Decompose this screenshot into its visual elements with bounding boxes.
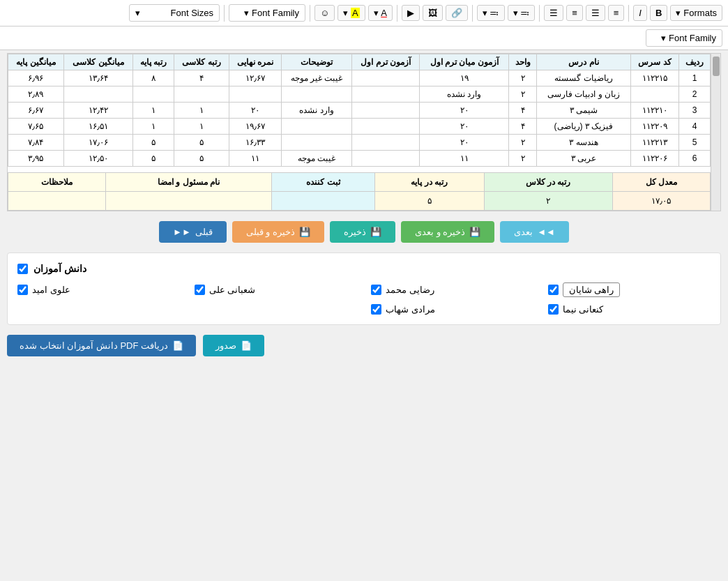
font-family-selector-arrow: ▾ bbox=[661, 33, 666, 43]
table-cell: غیبت موجه bbox=[281, 151, 351, 167]
table-cell: ۶٫۶۷ bbox=[8, 103, 64, 119]
align-left-button[interactable]: ≡ bbox=[608, 5, 625, 21]
align-center-button[interactable]: ☰ bbox=[586, 5, 605, 21]
table-cell bbox=[174, 86, 229, 103]
qabli-button[interactable]: قبلی ►► bbox=[159, 221, 227, 243]
table-cell: ۲ bbox=[508, 86, 536, 103]
header-vahed: واحد bbox=[508, 54, 536, 70]
table-cell: زبان و ادبیات فارسی bbox=[537, 86, 631, 103]
student-checkbox[interactable] bbox=[371, 304, 381, 315]
font-sizes-dropdown[interactable]: Font Sizes ▾ bbox=[129, 4, 220, 22]
student-checkbox[interactable] bbox=[195, 285, 205, 295]
table-cell: ۱۱۲۲۰۶ bbox=[630, 151, 678, 167]
font-family-arrow-icon: ▾ bbox=[244, 8, 249, 18]
summary-header-moaddal: معدل کل bbox=[612, 173, 710, 192]
header-radif: ردیف bbox=[679, 54, 711, 70]
table-cell: 4 bbox=[679, 119, 711, 135]
zakhire-badi-button[interactable]: 💾 ذخیره و بعدی bbox=[401, 221, 494, 243]
video-button[interactable]: ▶ bbox=[402, 5, 420, 21]
table-cell: 5 bbox=[679, 135, 711, 151]
header-mian-p: میانگین پایه bbox=[8, 54, 64, 70]
table-cell: ۱۳٫۶۴ bbox=[63, 70, 132, 86]
table-cell: ۲٫۸۹ bbox=[8, 86, 64, 103]
summary-moalazat bbox=[8, 192, 106, 211]
font-family-value: Font Family bbox=[669, 33, 716, 43]
table-cell bbox=[351, 151, 419, 167]
font-family-dropdown[interactable]: Font Family ▾ bbox=[229, 4, 305, 22]
list-ol-button[interactable]: ≔ ▾ bbox=[477, 5, 505, 21]
table-cell: ۱ bbox=[174, 103, 229, 119]
table-cell bbox=[351, 135, 419, 151]
table-cell: ۱۱۲۲۰۹ bbox=[630, 119, 678, 135]
font-bg-button[interactable]: A ▾ bbox=[338, 5, 365, 21]
zakhire-qabli-button[interactable]: 💾 ذخیره و قبلی bbox=[232, 221, 324, 243]
table-cell: ۱۲٫۵۰ bbox=[63, 151, 132, 167]
font-bg-icon: A bbox=[351, 8, 360, 18]
student-checkbox[interactable] bbox=[371, 285, 381, 295]
summary-header-rotbe-class: رتبه در کلاس bbox=[484, 173, 612, 192]
scrollbar-track[interactable] bbox=[711, 54, 720, 211]
grades-table: ردیف کد سرس نام درس واحد آزمون میان ترم … bbox=[8, 54, 711, 167]
badi-arrow-icon: ◄◄ bbox=[537, 227, 555, 237]
list-ul-button[interactable]: ≔ ▾ bbox=[508, 5, 536, 21]
table-cell: ۱ bbox=[174, 119, 229, 135]
italic-button[interactable]: I bbox=[633, 5, 647, 21]
badi-button[interactable]: ◄◄ بعدی bbox=[500, 221, 569, 243]
student-checkbox[interactable] bbox=[548, 304, 559, 315]
link-button[interactable]: 🔗 bbox=[446, 5, 468, 21]
student-checkbox[interactable] bbox=[548, 285, 559, 295]
separator-4 bbox=[397, 5, 397, 22]
summary-data-row: ۱۷٫۰۵ ۲ ۵ bbox=[8, 192, 711, 211]
table-cell: ۳٫۹۵ bbox=[8, 151, 64, 167]
scrollbar-thumb[interactable] bbox=[713, 56, 720, 76]
table-cell: 1 bbox=[679, 70, 711, 86]
student-checkbox[interactable] bbox=[17, 285, 28, 295]
table-cell: ۱۲٫۶۷ bbox=[229, 70, 281, 86]
save-icon-2: 💾 bbox=[370, 227, 381, 237]
font-color-button[interactable]: A ▾ bbox=[368, 5, 393, 21]
summary-rotbe-paye: ۵ bbox=[374, 192, 484, 211]
image-button[interactable]: 🖼 bbox=[423, 5, 443, 21]
scroll-wrapper: ردیف کد سرس نام درس واحد آزمون میان ترم … bbox=[8, 54, 720, 211]
table-cell: ۱۹٫۶۷ bbox=[229, 119, 281, 135]
sadr-icon: 📄 bbox=[241, 340, 252, 351]
student-item: مرادی شهاب bbox=[371, 304, 534, 315]
font-sizes-arrow-icon: ▾ bbox=[135, 8, 140, 18]
header-nomre: نمره نهایی bbox=[229, 54, 281, 70]
font-family-selector[interactable]: Font Family ▾ bbox=[646, 29, 722, 47]
student-item: کنعانی نیما bbox=[548, 304, 711, 315]
summary-rotbe-class: ۲ bbox=[484, 192, 612, 211]
qabli-arrow-icon: ►► bbox=[173, 227, 191, 237]
header-tozih: توضیحات bbox=[281, 54, 351, 70]
sadr-button[interactable]: 📄 صدور bbox=[203, 335, 264, 356]
table-cell: ۲۰ bbox=[420, 135, 509, 151]
formats-button[interactable]: Formats ▾ bbox=[670, 5, 722, 21]
table-cell: ۱۱۲۲۱۳ bbox=[630, 135, 678, 151]
table-cell: 2 bbox=[679, 86, 711, 103]
table-row: 3۱۱۲۲۱۰شیمی ۳۴۲۰وارد نشده۲۰۱۱۱۲٫۴۲۶٫۶۷ bbox=[8, 103, 711, 119]
bold-button[interactable]: B bbox=[650, 5, 667, 21]
qabli-label: قبلی bbox=[195, 227, 213, 237]
nav-buttons-row: ◄◄ بعدی 💾 ذخیره و بعدی 💾 ذخیره 💾 ذخیره و… bbox=[7, 221, 721, 243]
emoji-button[interactable]: ☺ bbox=[314, 5, 335, 21]
justify-button[interactable]: ☰ bbox=[544, 5, 563, 21]
align-right-button[interactable]: ≡ bbox=[566, 5, 583, 21]
student-name: شعبانی علی bbox=[209, 285, 256, 295]
zakhire-badi-label: ذخیره و بعدی bbox=[415, 227, 465, 237]
table-cell: ۸ bbox=[133, 70, 174, 86]
badi-label: بعدی bbox=[514, 227, 533, 237]
table-cell: ۵ bbox=[133, 135, 174, 151]
student-item: راهی شایان bbox=[548, 282, 711, 297]
table-cell bbox=[281, 119, 351, 135]
student-item: علوی امید bbox=[17, 282, 181, 297]
table-row: 1۱۱۲۲۱۵ریاضیات گسسته۲۱۹غیبت غیر موجه۱۲٫۶… bbox=[8, 70, 711, 86]
zakhire-button[interactable]: 💾 ذخیره bbox=[330, 221, 395, 243]
main-content: ردیف کد سرس نام درس واحد آزمون میان ترم … bbox=[0, 53, 728, 363]
table-cell: ۱۲٫۴۲ bbox=[63, 103, 132, 119]
table-cell: وارد نشده bbox=[281, 103, 351, 119]
table-cell: ۵ bbox=[174, 135, 229, 151]
students-all-checkbox[interactable] bbox=[17, 264, 28, 274]
table-cell: ۲۰ bbox=[420, 119, 509, 135]
summary-masool bbox=[105, 192, 272, 211]
daryaft-pdf-button[interactable]: 📄 دریافت PDF دانش آموزان انتخاب شده bbox=[7, 335, 196, 356]
